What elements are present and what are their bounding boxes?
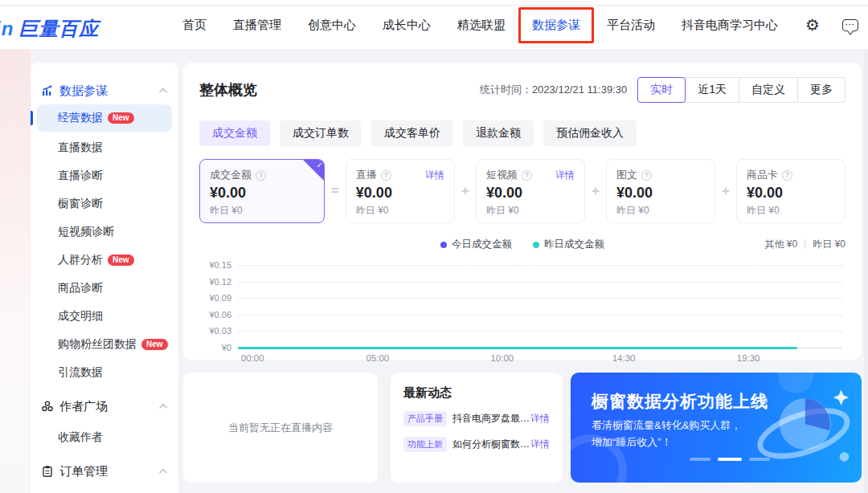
- pie-chart-illustration: [747, 379, 857, 475]
- sidebar: 数据参谋 经营数据 New 直播数据 直播诊断 橱窗诊断 短视频诊断 人群分析 …: [31, 63, 178, 493]
- metric-card-live[interactable]: 直播?详情 ¥0.00 昨日 ¥0: [346, 159, 455, 223]
- metric-card-image-text[interactable]: 图文? ¥0.00 昨日 ¥0: [606, 159, 715, 223]
- tab-gmv[interactable]: 成交金额: [199, 120, 270, 146]
- range-button-more[interactable]: 更多: [797, 77, 845, 103]
- live-status-card: 当前暂无正在直播内容: [183, 373, 378, 483]
- news-tag: 功能上新: [403, 437, 447, 452]
- range-button-custom[interactable]: 自定义: [739, 77, 798, 103]
- sidebar-section-data-advisor[interactable]: 数据参谋: [31, 79, 178, 103]
- legend-item-today[interactable]: 今日成交金额: [440, 238, 512, 251]
- metric-value: ¥0.00: [210, 185, 314, 202]
- overview-panel: 整体概览 统计时间：2023/12/21 11:39:30 实时 近1天 自定义…: [183, 63, 862, 360]
- sidebar-item-transaction-detail[interactable]: 成交明细: [31, 302, 178, 330]
- help-icon[interactable]: ?: [381, 170, 391, 181]
- metric-value: ¥0.00: [616, 185, 705, 202]
- metric-yesterday: 昨日 ¥0: [210, 204, 314, 218]
- detail-link[interactable]: 详情: [555, 169, 575, 182]
- app-logo[interactable]: in巨量百应: [0, 16, 99, 42]
- sidebar-item-showcase-diagnosis[interactable]: 橱窗诊断: [31, 189, 178, 218]
- nav-item-home[interactable]: 首页: [182, 18, 207, 33]
- tab-refund-amount[interactable]: 退款金额: [463, 120, 534, 146]
- new-badge: New: [108, 112, 134, 124]
- metric-card-short-video[interactable]: 短视频?详情 ¥0.00 昨日 ¥0: [476, 159, 585, 223]
- nav-item-selected-alliance[interactable]: 精选联盟: [457, 18, 506, 33]
- gear-icon[interactable]: ⚙: [805, 17, 820, 33]
- help-icon[interactable]: ?: [782, 170, 792, 181]
- sidebar-section-author-plaza[interactable]: 作者广场: [31, 394, 178, 418]
- metric-yesterday: 昨日 ¥0: [486, 204, 575, 218]
- sidebar-item-live-data[interactable]: 直播数据: [31, 133, 178, 161]
- chart-gridline: ¥0.03: [238, 331, 842, 332]
- nav-item-live-management[interactable]: 直播管理: [233, 18, 281, 33]
- panel-title: 整体概览: [199, 80, 480, 100]
- plus-operator: +: [585, 183, 606, 199]
- range-button-realtime[interactable]: 实时: [637, 77, 686, 103]
- sidebar-item-live-diagnosis[interactable]: 直播诊断: [31, 161, 178, 189]
- x-axis-tick: 19:30: [737, 353, 760, 363]
- tab-avg-order-value[interactable]: 成交客单价: [371, 120, 453, 146]
- metric-yesterday: 昨日 ¥0: [747, 204, 835, 218]
- scrollbar-track[interactable]: [864, 50, 868, 493]
- line-chart-plot: ¥0.15 ¥0.12 ¥0.09 ¥0.06 ¥0.03 ¥0: [238, 265, 842, 348]
- nav-item-platform-activity[interactable]: 平台活动: [607, 18, 655, 33]
- live-empty-text: 当前暂无正在直播内容: [228, 421, 333, 435]
- y-axis-tick: ¥0.06: [199, 310, 231, 320]
- sidebar-item-traffic-data[interactable]: 引流数据: [31, 358, 178, 386]
- metric-card-product-card[interactable]: 商品卡? ¥0.00 昨日 ¥0: [736, 159, 845, 223]
- clipboard-icon: [41, 465, 54, 478]
- metric-cards-row: ✓ 成交金额? ¥0.00 昨日 ¥0 = 直播?详情 ¥0.00 昨日 ¥0 …: [199, 159, 845, 223]
- x-axis-ticks: 00:00 05:00 10:00 14:30 19:30: [238, 353, 845, 368]
- sidebar-item-fanclub-data[interactable]: 购物粉丝团数据 New: [31, 330, 178, 358]
- topbar-icons: ⚙ ···: [805, 0, 858, 50]
- active-indicator-bar: [31, 111, 33, 125]
- sidebar-item-business-data[interactable]: 经营数据 New: [37, 104, 172, 132]
- legend-dot-today: [440, 242, 447, 248]
- sidebar-item-video-diagnosis[interactable]: 短视频诊断: [31, 218, 178, 246]
- detail-link[interactable]: 详情: [425, 169, 444, 182]
- help-icon[interactable]: ?: [522, 170, 532, 181]
- tab-order-count[interactable]: 成交订单数: [280, 120, 362, 146]
- legend-item-yesterday[interactable]: 昨日成交金额: [533, 238, 604, 251]
- tab-estimated-commission[interactable]: 预估佣金收入: [543, 120, 637, 146]
- plus-operator: +: [715, 183, 736, 199]
- sidebar-item-audience-analysis[interactable]: 人群分析 New: [31, 246, 178, 274]
- selected-corner: ✓: [303, 160, 324, 181]
- help-icon[interactable]: ?: [256, 170, 266, 181]
- help-icon[interactable]: ?: [641, 170, 652, 181]
- news-tag: 产品手册: [403, 411, 447, 426]
- news-detail-link[interactable]: 详情: [530, 412, 550, 426]
- sidebar-item-product-diagnosis[interactable]: 商品诊断: [31, 274, 178, 302]
- stat-time: 统计时间：2023/12/21 11:39:30: [480, 83, 627, 97]
- y-axis-tick: ¥0.12: [199, 277, 231, 287]
- chat-icon[interactable]: ···: [842, 19, 858, 31]
- sidebar-item-favorite-authors[interactable]: 收藏作者: [31, 423, 178, 451]
- top-navigation-bar: in巨量百应 首页 直播管理 创意中心 成长中心 精选联盟 数据参谋 平台活动 …: [0, 0, 868, 50]
- chart-gridline: ¥0.15: [238, 265, 842, 266]
- nav-item-creative-center[interactable]: 创意中心: [308, 18, 356, 33]
- logo-text: 巨量百应: [18, 18, 99, 39]
- metric-card-total[interactable]: ✓ 成交金额? ¥0.00 昨日 ¥0: [199, 159, 325, 223]
- nav-item-data-advisor[interactable]: 数据参谋: [532, 18, 580, 33]
- new-badge: New: [108, 255, 134, 266]
- metric-value: ¥0.00: [747, 185, 835, 202]
- news-text: 如何分析橱窗数据，...: [452, 438, 530, 451]
- y-axis-tick: ¥0.03: [199, 327, 231, 336]
- news-row[interactable]: 功能上新 如何分析橱窗数据，... 详情: [403, 437, 550, 452]
- other-amount: 其他 ¥0: [765, 238, 798, 251]
- carousel-dot-active[interactable]: [718, 458, 742, 461]
- chart-gridline: ¥0.06: [238, 315, 842, 316]
- y-axis-tick: ¥0: [199, 343, 231, 352]
- news-detail-link[interactable]: 详情: [530, 438, 550, 451]
- metric-tabs: 成交金额 成交订单数 成交客单价 退款金额 预估佣金收入: [199, 120, 845, 146]
- news-row[interactable]: 产品手册 抖音电商罗盘最全最... 详情: [403, 411, 550, 426]
- nav-item-learning-center[interactable]: 抖音电商学习中心: [682, 18, 778, 33]
- nav-item-growth-center[interactable]: 成长中心: [383, 18, 431, 33]
- author-plaza-icon: [41, 400, 54, 413]
- stat-datetime: 2023/12/21 11:39:30: [532, 84, 627, 96]
- carousel-dot[interactable]: [690, 458, 710, 461]
- sidebar-section-order-management[interactable]: 订单管理: [31, 459, 178, 483]
- y-axis-tick: ¥0.09: [199, 294, 231, 304]
- range-button-last1day[interactable]: 近1天: [685, 77, 739, 103]
- promo-banner[interactable]: 橱窗数据分析功能上线 看清橱窗流量&转化&购买人群， 增加“睡后收入”！: [571, 373, 862, 483]
- chart-legend: 今日成交金额 昨日成交金额: [199, 238, 845, 251]
